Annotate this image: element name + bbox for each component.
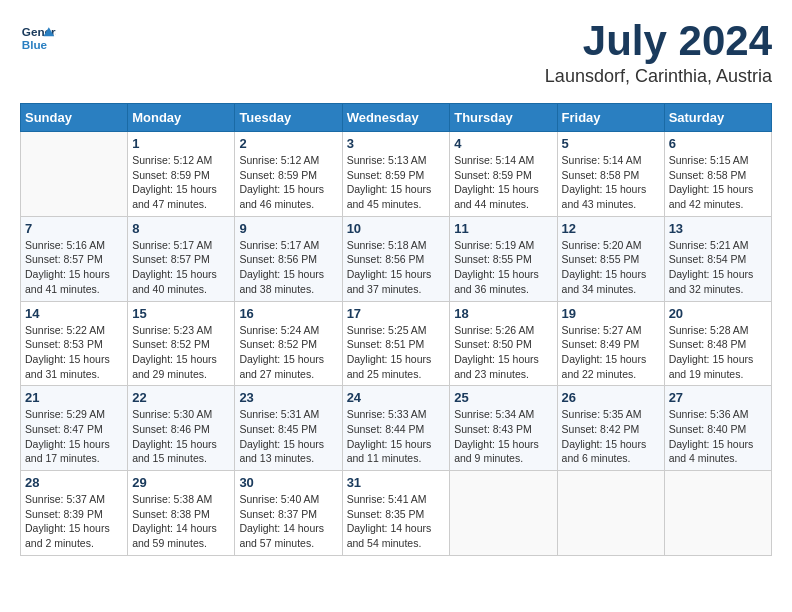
day-number: 6 bbox=[669, 136, 767, 151]
day-number: 5 bbox=[562, 136, 660, 151]
day-number: 7 bbox=[25, 221, 123, 236]
day-info: Sunrise: 5:40 AM Sunset: 8:37 PM Dayligh… bbox=[239, 492, 337, 551]
calendar-week-row: 28Sunrise: 5:37 AM Sunset: 8:39 PM Dayli… bbox=[21, 471, 772, 556]
weekday-header: Wednesday bbox=[342, 104, 450, 132]
calendar-cell bbox=[21, 132, 128, 217]
calendar-week-row: 21Sunrise: 5:29 AM Sunset: 8:47 PM Dayli… bbox=[21, 386, 772, 471]
day-info: Sunrise: 5:23 AM Sunset: 8:52 PM Dayligh… bbox=[132, 323, 230, 382]
day-info: Sunrise: 5:14 AM Sunset: 8:58 PM Dayligh… bbox=[562, 153, 660, 212]
calendar-week-row: 1Sunrise: 5:12 AM Sunset: 8:59 PM Daylig… bbox=[21, 132, 772, 217]
day-info: Sunrise: 5:34 AM Sunset: 8:43 PM Dayligh… bbox=[454, 407, 552, 466]
day-number: 31 bbox=[347, 475, 446, 490]
day-number: 28 bbox=[25, 475, 123, 490]
day-info: Sunrise: 5:41 AM Sunset: 8:35 PM Dayligh… bbox=[347, 492, 446, 551]
day-number: 26 bbox=[562, 390, 660, 405]
title-block: July 2024 Launsdorf, Carinthia, Austria bbox=[545, 20, 772, 87]
day-number: 27 bbox=[669, 390, 767, 405]
calendar-cell: 21Sunrise: 5:29 AM Sunset: 8:47 PM Dayli… bbox=[21, 386, 128, 471]
calendar-cell: 6Sunrise: 5:15 AM Sunset: 8:58 PM Daylig… bbox=[664, 132, 771, 217]
calendar-cell: 18Sunrise: 5:26 AM Sunset: 8:50 PM Dayli… bbox=[450, 301, 557, 386]
day-info: Sunrise: 5:21 AM Sunset: 8:54 PM Dayligh… bbox=[669, 238, 767, 297]
calendar-cell: 24Sunrise: 5:33 AM Sunset: 8:44 PM Dayli… bbox=[342, 386, 450, 471]
weekday-header: Friday bbox=[557, 104, 664, 132]
day-number: 12 bbox=[562, 221, 660, 236]
day-info: Sunrise: 5:13 AM Sunset: 8:59 PM Dayligh… bbox=[347, 153, 446, 212]
calendar-week-row: 14Sunrise: 5:22 AM Sunset: 8:53 PM Dayli… bbox=[21, 301, 772, 386]
day-number: 9 bbox=[239, 221, 337, 236]
day-number: 17 bbox=[347, 306, 446, 321]
calendar-cell: 25Sunrise: 5:34 AM Sunset: 8:43 PM Dayli… bbox=[450, 386, 557, 471]
calendar-cell bbox=[450, 471, 557, 556]
calendar-cell: 11Sunrise: 5:19 AM Sunset: 8:55 PM Dayli… bbox=[450, 216, 557, 301]
day-info: Sunrise: 5:19 AM Sunset: 8:55 PM Dayligh… bbox=[454, 238, 552, 297]
page-header: General Blue July 2024 Launsdorf, Carint… bbox=[20, 20, 772, 87]
calendar-week-row: 7Sunrise: 5:16 AM Sunset: 8:57 PM Daylig… bbox=[21, 216, 772, 301]
calendar-cell: 20Sunrise: 5:28 AM Sunset: 8:48 PM Dayli… bbox=[664, 301, 771, 386]
day-info: Sunrise: 5:29 AM Sunset: 8:47 PM Dayligh… bbox=[25, 407, 123, 466]
day-info: Sunrise: 5:20 AM Sunset: 8:55 PM Dayligh… bbox=[562, 238, 660, 297]
day-number: 29 bbox=[132, 475, 230, 490]
calendar-cell: 5Sunrise: 5:14 AM Sunset: 8:58 PM Daylig… bbox=[557, 132, 664, 217]
calendar-cell: 17Sunrise: 5:25 AM Sunset: 8:51 PM Dayli… bbox=[342, 301, 450, 386]
calendar-cell: 14Sunrise: 5:22 AM Sunset: 8:53 PM Dayli… bbox=[21, 301, 128, 386]
day-info: Sunrise: 5:28 AM Sunset: 8:48 PM Dayligh… bbox=[669, 323, 767, 382]
weekday-header: Thursday bbox=[450, 104, 557, 132]
calendar-cell: 26Sunrise: 5:35 AM Sunset: 8:42 PM Dayli… bbox=[557, 386, 664, 471]
day-info: Sunrise: 5:24 AM Sunset: 8:52 PM Dayligh… bbox=[239, 323, 337, 382]
calendar-cell: 15Sunrise: 5:23 AM Sunset: 8:52 PM Dayli… bbox=[128, 301, 235, 386]
weekday-header: Saturday bbox=[664, 104, 771, 132]
calendar-cell: 16Sunrise: 5:24 AM Sunset: 8:52 PM Dayli… bbox=[235, 301, 342, 386]
calendar-cell: 8Sunrise: 5:17 AM Sunset: 8:57 PM Daylig… bbox=[128, 216, 235, 301]
calendar-table: SundayMondayTuesdayWednesdayThursdayFrid… bbox=[20, 103, 772, 556]
calendar-cell: 1Sunrise: 5:12 AM Sunset: 8:59 PM Daylig… bbox=[128, 132, 235, 217]
day-info: Sunrise: 5:18 AM Sunset: 8:56 PM Dayligh… bbox=[347, 238, 446, 297]
day-number: 19 bbox=[562, 306, 660, 321]
calendar-cell: 7Sunrise: 5:16 AM Sunset: 8:57 PM Daylig… bbox=[21, 216, 128, 301]
day-info: Sunrise: 5:15 AM Sunset: 8:58 PM Dayligh… bbox=[669, 153, 767, 212]
day-number: 14 bbox=[25, 306, 123, 321]
day-info: Sunrise: 5:36 AM Sunset: 8:40 PM Dayligh… bbox=[669, 407, 767, 466]
day-number: 20 bbox=[669, 306, 767, 321]
calendar-cell: 30Sunrise: 5:40 AM Sunset: 8:37 PM Dayli… bbox=[235, 471, 342, 556]
weekday-header: Sunday bbox=[21, 104, 128, 132]
day-info: Sunrise: 5:22 AM Sunset: 8:53 PM Dayligh… bbox=[25, 323, 123, 382]
day-number: 10 bbox=[347, 221, 446, 236]
day-info: Sunrise: 5:17 AM Sunset: 8:57 PM Dayligh… bbox=[132, 238, 230, 297]
day-info: Sunrise: 5:27 AM Sunset: 8:49 PM Dayligh… bbox=[562, 323, 660, 382]
day-info: Sunrise: 5:14 AM Sunset: 8:59 PM Dayligh… bbox=[454, 153, 552, 212]
calendar-cell: 2Sunrise: 5:12 AM Sunset: 8:59 PM Daylig… bbox=[235, 132, 342, 217]
day-number: 25 bbox=[454, 390, 552, 405]
day-info: Sunrise: 5:12 AM Sunset: 8:59 PM Dayligh… bbox=[132, 153, 230, 212]
day-info: Sunrise: 5:33 AM Sunset: 8:44 PM Dayligh… bbox=[347, 407, 446, 466]
day-info: Sunrise: 5:35 AM Sunset: 8:42 PM Dayligh… bbox=[562, 407, 660, 466]
day-number: 24 bbox=[347, 390, 446, 405]
day-number: 13 bbox=[669, 221, 767, 236]
day-info: Sunrise: 5:37 AM Sunset: 8:39 PM Dayligh… bbox=[25, 492, 123, 551]
day-number: 18 bbox=[454, 306, 552, 321]
calendar-cell: 29Sunrise: 5:38 AM Sunset: 8:38 PM Dayli… bbox=[128, 471, 235, 556]
calendar-cell: 9Sunrise: 5:17 AM Sunset: 8:56 PM Daylig… bbox=[235, 216, 342, 301]
day-info: Sunrise: 5:12 AM Sunset: 8:59 PM Dayligh… bbox=[239, 153, 337, 212]
day-number: 22 bbox=[132, 390, 230, 405]
logo-icon: General Blue bbox=[20, 20, 56, 56]
calendar-cell: 3Sunrise: 5:13 AM Sunset: 8:59 PM Daylig… bbox=[342, 132, 450, 217]
calendar-cell: 23Sunrise: 5:31 AM Sunset: 8:45 PM Dayli… bbox=[235, 386, 342, 471]
calendar-header-row: SundayMondayTuesdayWednesdayThursdayFrid… bbox=[21, 104, 772, 132]
day-number: 15 bbox=[132, 306, 230, 321]
day-info: Sunrise: 5:17 AM Sunset: 8:56 PM Dayligh… bbox=[239, 238, 337, 297]
day-info: Sunrise: 5:16 AM Sunset: 8:57 PM Dayligh… bbox=[25, 238, 123, 297]
calendar-cell: 13Sunrise: 5:21 AM Sunset: 8:54 PM Dayli… bbox=[664, 216, 771, 301]
calendar-cell: 19Sunrise: 5:27 AM Sunset: 8:49 PM Dayli… bbox=[557, 301, 664, 386]
day-info: Sunrise: 5:30 AM Sunset: 8:46 PM Dayligh… bbox=[132, 407, 230, 466]
calendar-cell: 27Sunrise: 5:36 AM Sunset: 8:40 PM Dayli… bbox=[664, 386, 771, 471]
location-title: Launsdorf, Carinthia, Austria bbox=[545, 66, 772, 87]
weekday-header: Tuesday bbox=[235, 104, 342, 132]
day-number: 3 bbox=[347, 136, 446, 151]
day-number: 8 bbox=[132, 221, 230, 236]
calendar-cell: 22Sunrise: 5:30 AM Sunset: 8:46 PM Dayli… bbox=[128, 386, 235, 471]
day-number: 1 bbox=[132, 136, 230, 151]
calendar-cell bbox=[664, 471, 771, 556]
day-number: 2 bbox=[239, 136, 337, 151]
day-number: 21 bbox=[25, 390, 123, 405]
calendar-cell: 10Sunrise: 5:18 AM Sunset: 8:56 PM Dayli… bbox=[342, 216, 450, 301]
